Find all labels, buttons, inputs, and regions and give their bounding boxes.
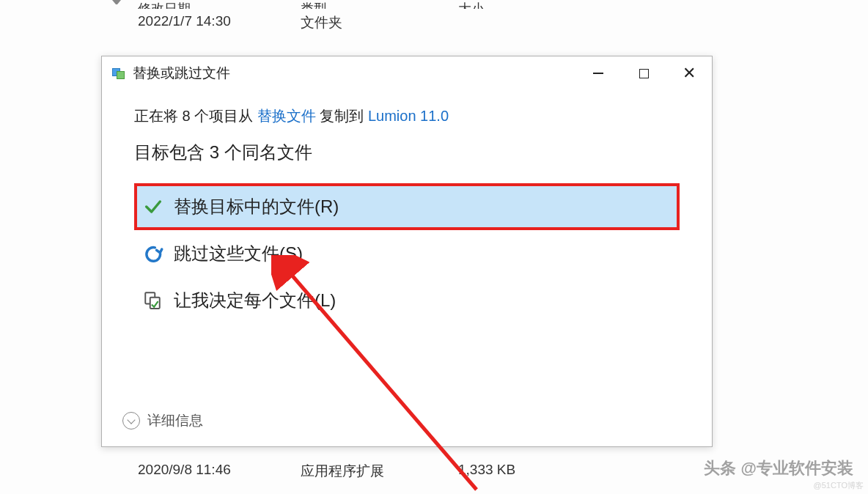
watermark-51cto: @51CTO博客: [814, 480, 864, 491]
cell-date: 2020/9/8 11:46: [138, 462, 301, 481]
dialog-title: 替换或跳过文件: [133, 64, 230, 83]
replace-or-skip-dialog: 替换或跳过文件 ✕ 正在将 8 个项目从 替换文件 复制到 Lumion 11.…: [101, 56, 713, 447]
col-header-date[interactable]: 修改日期: [138, 0, 301, 9]
option-replace[interactable]: 替换目标中的文件(R): [134, 183, 680, 230]
maximize-button[interactable]: [621, 56, 666, 90]
option-decide[interactable]: 让我决定每个文件(L): [134, 277, 680, 324]
cell-size: 1,333 KB: [458, 462, 590, 481]
window-controls: ✕: [575, 56, 712, 90]
copy-target-link[interactable]: Lumion 11.0: [368, 108, 449, 124]
copy-icon: [112, 68, 125, 78]
cell-date: 2022/1/7 14:30: [138, 13, 301, 32]
minimize-button[interactable]: [575, 56, 621, 90]
cell-type: 文件夹: [301, 13, 458, 32]
details-toggle[interactable]: 详细信息: [122, 411, 203, 430]
option-skip[interactable]: 跳过这些文件(S): [134, 230, 680, 277]
option-decide-label: 让我决定每个文件(L): [174, 289, 671, 312]
explorer-row[interactable]: 2020/9/8 11:46 应用程序扩展 1,333 KB: [138, 462, 590, 481]
option-replace-label: 替换目标中的文件(R): [174, 195, 671, 218]
skip-icon: [143, 243, 163, 264]
col-header-type[interactable]: 类型: [301, 0, 458, 9]
cell-type: 应用程序扩展: [301, 462, 458, 481]
dialog-body: 正在将 8 个项目从 替换文件 复制到 Lumion 11.0 目标包含 3 个…: [102, 90, 712, 324]
explorer-column-headers: 修改日期 类型 大小: [138, 0, 868, 9]
copy-source-link[interactable]: 替换文件: [257, 108, 316, 124]
chevron-down-icon: [122, 412, 140, 430]
option-skip-label: 跳过这些文件(S): [174, 242, 671, 265]
explorer-row[interactable]: 2022/1/7 14:30 文件夹: [138, 9, 868, 40]
watermark-toutiao: 头条 @专业软件安装: [704, 457, 853, 479]
details-label: 详细信息: [147, 411, 203, 430]
col-header-size[interactable]: 大小: [458, 0, 590, 9]
copy-middle: 复制到: [316, 108, 368, 124]
cell-size: [458, 13, 590, 32]
close-button[interactable]: ✕: [666, 56, 712, 90]
compare-icon: [143, 290, 163, 311]
copy-prefix: 正在将 8 个项目从: [134, 108, 257, 124]
file-explorer-background: 修改日期 类型 大小 2022/1/7 14:30 文件夹: [0, 0, 868, 40]
check-icon: [143, 196, 163, 217]
dialog-titlebar[interactable]: 替换或跳过文件 ✕: [102, 56, 712, 90]
conflict-heading: 目标包含 3 个同名文件: [134, 141, 680, 164]
copy-progress-text: 正在将 8 个项目从 替换文件 复制到 Lumion 11.0: [134, 106, 680, 126]
